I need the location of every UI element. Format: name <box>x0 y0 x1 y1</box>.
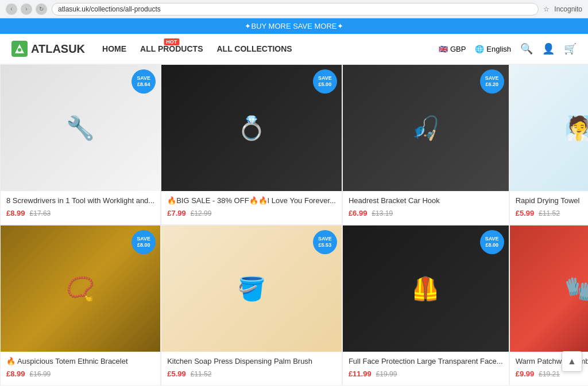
price-old-3: £13.19 <box>372 209 393 217</box>
product-prices-3: £6.99£13.19 <box>349 209 503 217</box>
main-nav: HOME HOT ALL PRODUCTS ALL COLLECTIONS <box>102 44 292 53</box>
announcement-bar: ✦BUY MORE SAVE MORE✦ <box>0 18 588 34</box>
product-image-5: 📿SAVE£8.00 <box>1 225 160 352</box>
flag-icon: 🇬🇧 <box>439 45 448 53</box>
price-old-5: £16.99 <box>30 370 51 378</box>
product-title-6: Kitchen Soap Press Dispensing Palm Brush <box>167 356 336 367</box>
price-old-8: £19.21 <box>539 370 560 378</box>
product-info-3: Headrest Bracket Car Hook£6.99£13.19 <box>343 191 509 224</box>
product-prices-2: £7.99£12.99 <box>167 209 336 217</box>
product-title-7: Full Face Protection Large Transparent F… <box>349 356 503 367</box>
product-title-3: Headrest Bracket Car Hook <box>349 196 503 206</box>
product-prices-7: £11.99£19.99 <box>349 369 503 378</box>
product-image-6: 🪣SAVE£5.53 <box>161 225 342 352</box>
price-old-6: £11.52 <box>191 370 212 378</box>
currency-selector[interactable]: 🇬🇧 GBP <box>439 45 466 53</box>
product-info-4: Rapid Drying Towel£5.99£11.52 <box>510 191 588 224</box>
refresh-button[interactable]: ↻ <box>36 3 47 15</box>
nav-all-collections[interactable]: ALL COLLECTIONS <box>216 44 292 53</box>
products-grid: 🔧SAVE£8.648 Screwdrivers in 1 Tool with … <box>0 64 588 386</box>
product-card-1[interactable]: 🔧SAVE£8.648 Screwdrivers in 1 Tool with … <box>0 64 161 225</box>
header-right: 🇬🇧 GBP 🌐 English 🔍 👤 🛒 <box>439 42 577 55</box>
save-badge-2: SAVE£5.00 <box>313 69 337 94</box>
header: ATLASUK HOME HOT ALL PRODUCTS ALL COLLEC… <box>0 34 588 64</box>
cart-icon[interactable]: 🛒 <box>564 42 577 55</box>
product-title-4: Rapid Drying Towel <box>516 196 588 206</box>
product-image-2: 💍SAVE£5.00 <box>161 65 342 191</box>
save-badge-3: SAVE£6.20 <box>480 69 504 94</box>
browser-chrome: ‹ › ↻ atlasuk.uk/collections/all-product… <box>0 0 588 18</box>
scroll-to-top-button[interactable]: ▲ <box>562 351 582 372</box>
incognito-label: Incognito <box>554 5 582 13</box>
account-icon[interactable]: 👤 <box>542 42 555 55</box>
product-title-5: 🔥 Auspicious Totem Ethnic Bracelet <box>6 356 154 367</box>
product-image-8: 🧤SAVE£9.22 <box>510 225 588 352</box>
product-card-2[interactable]: 💍SAVE£5.00🔥BIG SALE - 38% OFF🔥🔥I Love Yo… <box>161 64 342 225</box>
price-old-1: £17.63 <box>30 209 51 217</box>
product-title-2: 🔥BIG SALE - 38% OFF🔥🔥I Love You Forever.… <box>167 196 336 206</box>
product-info-2: 🔥BIG SALE - 38% OFF🔥🔥I Love You Forever.… <box>161 191 342 224</box>
logo-text: ATLASUK <box>31 42 85 56</box>
currency-label: GBP <box>450 45 466 53</box>
price-new-3: £6.99 <box>349 209 368 217</box>
nav-all-products[interactable]: HOT ALL PRODUCTS <box>140 44 203 53</box>
price-old-4: £11.52 <box>539 209 560 217</box>
logo-icon <box>11 41 28 57</box>
language-selector[interactable]: 🌐 English <box>475 45 511 53</box>
product-image-4: 🧖SAVE£5.53 <box>510 65 588 191</box>
nav-home[interactable]: HOME <box>102 44 126 53</box>
hot-badge: HOT <box>164 38 179 45</box>
language-label: English <box>486 45 511 53</box>
product-image-1: 🔧SAVE£8.64 <box>1 65 160 191</box>
product-info-7: Full Face Protection Large Transparent F… <box>343 352 509 385</box>
logo[interactable]: ATLASUK <box>11 41 85 57</box>
save-badge-1: SAVE£8.64 <box>131 69 156 94</box>
back-button[interactable]: ‹ <box>6 3 17 15</box>
product-prices-6: £5.99£11.52 <box>167 369 336 378</box>
globe-icon: 🌐 <box>475 45 484 53</box>
price-old-7: £19.99 <box>376 370 397 378</box>
product-info-6: Kitchen Soap Press Dispensing Palm Brush… <box>161 352 342 385</box>
price-new-5: £8.99 <box>6 369 25 378</box>
product-prices-5: £8.99£16.99 <box>6 369 154 378</box>
product-image-3: 🎣SAVE£6.20 <box>343 65 509 191</box>
price-new-8: £9.99 <box>516 369 535 378</box>
product-title-1: 8 Screwdrivers in 1 Tool with Worklight … <box>6 196 154 206</box>
address-bar[interactable]: atlasuk.uk/collections/all-products <box>52 3 539 15</box>
product-info-1: 8 Screwdrivers in 1 Tool with Worklight … <box>1 191 160 224</box>
price-new-1: £8.99 <box>6 209 25 217</box>
product-prices-4: £5.99£11.52 <box>516 209 588 217</box>
product-info-5: 🔥 Auspicious Totem Ethnic Bracelet£8.99£… <box>1 352 160 385</box>
product-image-7: 🦺SAVE£8.00 <box>343 225 509 352</box>
product-emoji-8: 🧤 <box>510 225 588 352</box>
browser-controls[interactable]: ‹ › ↻ <box>6 3 47 15</box>
forward-button[interactable]: › <box>21 3 32 15</box>
product-card-4[interactable]: 🧖SAVE£5.53Rapid Drying Towel£5.99£11.52 <box>509 64 588 225</box>
url-text: atlasuk.uk/collections/all-products <box>58 5 161 13</box>
star-icon[interactable]: ☆ <box>543 5 550 13</box>
search-icon[interactable]: 🔍 <box>520 42 533 55</box>
price-new-2: £7.99 <box>167 209 186 217</box>
product-prices-1: £8.99£17.63 <box>6 209 154 217</box>
product-card-7[interactable]: 🦺SAVE£8.00Full Face Protection Large Tra… <box>342 225 509 386</box>
product-card-6[interactable]: 🪣SAVE£5.53Kitchen Soap Press Dispensing … <box>161 225 342 386</box>
price-new-6: £5.99 <box>167 369 186 378</box>
svg-point-1 <box>18 48 21 52</box>
price-new-4: £5.99 <box>516 209 535 217</box>
browser-right: ☆ Incognito <box>543 5 582 13</box>
product-card-3[interactable]: 🎣SAVE£6.20Headrest Bracket Car Hook£6.99… <box>342 64 509 225</box>
price-new-7: £11.99 <box>349 369 372 378</box>
product-emoji-4: 🧖 <box>510 65 588 191</box>
save-badge-7: SAVE£8.00 <box>480 230 504 254</box>
announcement-text: ✦BUY MORE SAVE MORE✦ <box>245 22 343 30</box>
product-card-5[interactable]: 📿SAVE£8.00🔥 Auspicious Totem Ethnic Brac… <box>0 225 161 386</box>
save-badge-6: SAVE£5.53 <box>313 230 337 254</box>
price-old-2: £12.99 <box>191 209 212 217</box>
